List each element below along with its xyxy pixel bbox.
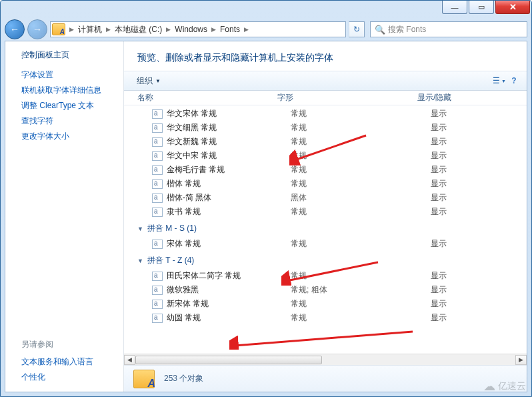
font-style: 常规 xyxy=(291,178,431,189)
page-title: 预览、删除或者显示和隐藏计算机上安装的字体 xyxy=(124,41,527,71)
font-name: 幼圆 常规 xyxy=(167,312,291,324)
window-button-group: — ▭ ✕ xyxy=(442,1,530,14)
search-input[interactable]: 🔍 搜索 Fonts xyxy=(370,21,527,37)
font-showhide: 显示 xyxy=(431,164,447,175)
font-showhide: 显示 xyxy=(431,298,447,310)
scroll-thumb[interactable] xyxy=(135,356,322,364)
column-headers: 名称 字形 显示/隐藏 xyxy=(124,91,527,105)
sidebar-link-find-char[interactable]: 查找字符 xyxy=(21,113,114,129)
triangle-down-icon: ▼ xyxy=(137,226,143,232)
minimize-button[interactable]: — xyxy=(442,1,467,14)
font-file-icon xyxy=(152,208,163,217)
font-row[interactable]: 华文细黑 常规常规显示 xyxy=(137,121,527,135)
close-button[interactable]: ✕ xyxy=(495,1,530,14)
font-row[interactable]: 金梅毛行書 常规常规显示 xyxy=(137,163,527,177)
maximize-button[interactable]: ▭ xyxy=(469,1,494,14)
font-style: 常规; 粗体 xyxy=(291,284,431,296)
sidebar-link-font-settings[interactable]: 字体设置 xyxy=(21,67,114,83)
font-showhide: 显示 xyxy=(431,150,447,161)
sidebar-link-font-size[interactable]: 更改字体大小 xyxy=(21,129,114,144)
refresh-button[interactable]: ↻ xyxy=(349,21,365,37)
sidebar-link-online-fonts[interactable]: 联机获取字体详细信息 xyxy=(21,83,114,98)
sidebar: 控制面板主页 字体设置 联机获取字体详细信息 调整 ClearType 文本 查… xyxy=(5,41,124,392)
view-options-button[interactable]: ☰▼ xyxy=(492,73,507,88)
breadcrumb[interactable]: Windows xyxy=(172,22,210,37)
font-row[interactable]: 华文宋体 常规常规显示 xyxy=(137,107,527,121)
font-row[interactable]: 华文中宋 常规常规显示 xyxy=(137,149,527,163)
horizontal-scrollbar[interactable]: ◀ ▶ xyxy=(124,354,527,365)
font-style: 常规 xyxy=(291,312,431,324)
font-showhide: 显示 xyxy=(431,312,447,324)
font-style: 常规 xyxy=(291,238,431,250)
watermark-text: 亿速云 xyxy=(498,380,526,392)
font-row[interactable]: 楷体-简 黑体黑体显示 xyxy=(137,191,527,205)
watermark: ☁ 亿速云 xyxy=(483,379,526,394)
group-label: 拼音 M - S (1) xyxy=(147,223,197,234)
organize-label: 组织 xyxy=(137,75,153,87)
font-file-icon xyxy=(152,109,163,119)
font-list: 华文宋体 常规常规显示华文细黑 常规常规显示华文新魏 常规常规显示华文中宋 常规… xyxy=(124,105,527,354)
column-name[interactable]: 名称 xyxy=(137,92,277,103)
main-pane: 预览、删除或者显示和隐藏计算机上安装的字体 组织 ▼ ☰▼ ? 名称 字形 显示… xyxy=(124,41,527,392)
font-row[interactable]: 幼圆 常规常规显示 xyxy=(137,311,527,325)
sidebar-header: 控制面板主页 xyxy=(21,49,114,61)
sidebar-link-text-services[interactable]: 文本服务和输入语言 xyxy=(21,354,114,370)
font-file-icon xyxy=(152,193,163,203)
font-group-header[interactable]: ▼拼音 T - Z (4) xyxy=(137,251,527,269)
font-showhide: 显示 xyxy=(431,178,447,189)
organize-button[interactable]: 组织 ▼ xyxy=(129,73,168,89)
cloud-icon: ☁ xyxy=(483,379,495,394)
font-name: 宋体 常规 xyxy=(167,238,291,250)
font-row[interactable]: 新宋体 常规常规显示 xyxy=(137,297,527,311)
sidebar-link-personalization[interactable]: 个性化 xyxy=(21,370,114,385)
column-showhide[interactable]: 显示/隐藏 xyxy=(417,92,527,103)
body-split: 控制面板主页 字体设置 联机获取字体详细信息 调整 ClearType 文本 查… xyxy=(5,41,527,392)
font-row[interactable]: 田氏宋体二简字 常规常规显示 xyxy=(137,269,527,283)
fonts-folder-icon xyxy=(52,23,65,35)
font-row[interactable]: 楷体 常规常规显示 xyxy=(137,177,527,191)
font-name: 楷体-简 黑体 xyxy=(167,192,291,204)
breadcrumb[interactable]: 本地磁盘 (C:) xyxy=(112,22,165,37)
font-name: 田氏宋体二简字 常规 xyxy=(167,270,291,282)
back-button[interactable]: ← xyxy=(5,19,25,39)
chevron-down-icon: ▼ xyxy=(501,79,506,83)
font-group-header[interactable]: ▼拼音 M - S (1) xyxy=(137,219,527,237)
search-icon: 🔍 xyxy=(375,25,385,35)
font-file-icon xyxy=(152,314,163,323)
help-icon: ? xyxy=(511,76,516,85)
sidebar-link-cleartype[interactable]: 调整 ClearType 文本 xyxy=(21,98,114,113)
group-label: 拼音 T - Z (4) xyxy=(147,255,194,266)
explorer-window: — ▭ ✕ ← → ▶ 计算机 ▶ 本地磁盘 (C:) ▶ Windows ▶ … xyxy=(0,0,532,397)
nav-bar: ← → ▶ 计算机 ▶ 本地磁盘 (C:) ▶ Windows ▶ Fonts … xyxy=(1,18,531,41)
font-file-icon xyxy=(152,151,163,161)
address-bar[interactable]: ▶ 计算机 ▶ 本地磁盘 (C:) ▶ Windows ▶ Fonts ▶ xyxy=(50,21,346,37)
triangle-down-icon: ▼ xyxy=(137,258,143,264)
content-pane: 控制面板主页 字体设置 联机获取字体详细信息 调整 ClearType 文本 查… xyxy=(5,41,527,392)
chevron-right-icon: ▶ xyxy=(165,26,172,33)
breadcrumb[interactable]: 计算机 xyxy=(75,22,105,37)
scroll-track[interactable] xyxy=(135,355,515,365)
font-name: 华文中宋 常规 xyxy=(167,150,291,161)
minimize-icon: — xyxy=(451,3,459,11)
titlebar: — ▭ ✕ xyxy=(1,1,531,18)
back-arrow-icon: ← xyxy=(10,24,19,35)
scroll-left-button[interactable]: ◀ xyxy=(124,355,135,365)
font-style: 常规 xyxy=(291,150,431,161)
font-showhide: 显示 xyxy=(431,206,447,218)
font-row[interactable]: 隶书 常规常规显示 xyxy=(137,205,527,219)
scroll-right-button[interactable]: ▶ xyxy=(515,355,527,365)
font-file-icon xyxy=(152,137,163,147)
chevron-right-icon: ▶ xyxy=(243,26,250,33)
font-name: 新宋体 常规 xyxy=(167,298,291,310)
forward-button[interactable]: → xyxy=(27,19,47,39)
forward-arrow-icon: → xyxy=(33,24,42,35)
font-name: 隶书 常规 xyxy=(167,206,291,218)
column-style[interactable]: 字形 xyxy=(277,92,417,103)
font-row[interactable]: 微软雅黑常规; 粗体显示 xyxy=(137,283,527,297)
svg-line-5 xyxy=(235,332,413,346)
font-name: 华文新魏 常规 xyxy=(167,136,291,147)
help-button[interactable]: ? xyxy=(507,73,521,88)
font-row[interactable]: 华文新魏 常规常规显示 xyxy=(137,135,527,149)
font-row[interactable]: 宋体 常规常规显示 xyxy=(137,237,527,251)
breadcrumb[interactable]: Fonts xyxy=(217,22,243,37)
